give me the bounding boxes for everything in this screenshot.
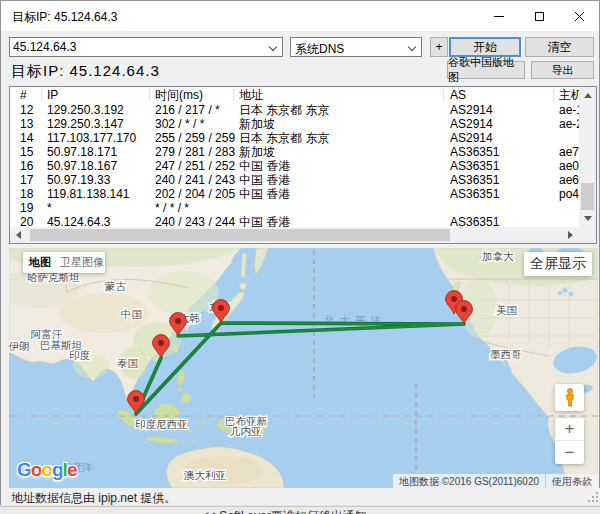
arrow-right-icon bbox=[568, 231, 573, 239]
arrow-down-icon bbox=[584, 216, 592, 221]
table-cell: 17 bbox=[20, 173, 44, 187]
window-title: 目标IP: 45.124.64.3 bbox=[12, 9, 117, 26]
vertical-scrollbar[interactable] bbox=[579, 87, 596, 227]
table-row[interactable]: 13129.250.3.147302 / * / *新加坡AS2914ae-2 bbox=[10, 117, 579, 131]
table-cell: 16 bbox=[20, 159, 44, 173]
column-header-host: 主机 bbox=[559, 88, 579, 102]
table-cell: * bbox=[47, 201, 151, 215]
table-cell: 50.97.18.167 bbox=[47, 159, 151, 173]
table-cell: 117.103.177.170 bbox=[47, 131, 151, 145]
table-cell: 279 / 281 / 283 bbox=[155, 145, 237, 159]
maximize-button[interactable] bbox=[519, 1, 559, 31]
clear-button[interactable]: 清空 bbox=[525, 37, 594, 57]
fullscreen-button[interactable]: 全屏显示 bbox=[524, 252, 592, 276]
map-marker-singapore[interactable] bbox=[128, 391, 145, 414]
pegman-button[interactable] bbox=[555, 384, 584, 411]
scroll-up-button[interactable] bbox=[579, 87, 596, 104]
table-cell: 240 / 243 / 244 bbox=[155, 215, 237, 227]
map-label: 中国 bbox=[121, 308, 142, 320]
start-button[interactable]: 开始 bbox=[449, 37, 521, 57]
target-ip-label: 目标IP: 45.124.64.3 bbox=[11, 62, 160, 81]
table-cell: AS2914 bbox=[450, 131, 554, 145]
title-bar[interactable]: 目标IP: 45.124.64.3 bbox=[1, 1, 599, 31]
maximize-icon bbox=[535, 12, 544, 21]
table-cell: 129.250.3.147 bbox=[47, 117, 151, 131]
status-bar: 地址数据信息由 ipip.net 提供。 bbox=[1, 488, 600, 505]
map-type-satellite[interactable]: 卫星图像 bbox=[60, 255, 104, 270]
google-logo: Google bbox=[17, 459, 76, 481]
close-icon bbox=[574, 11, 585, 22]
table-cell: AS36351 bbox=[450, 215, 554, 227]
table-row[interactable]: 1550.97.18.171279 / 281 / 283新加坡AS36351a… bbox=[10, 145, 579, 159]
table-cell: AS36351 bbox=[450, 187, 554, 201]
table-row[interactable]: 1750.97.19.33240 / 241 / 243中国 香港AS36351… bbox=[10, 173, 579, 187]
map-type-map[interactable]: 地图 bbox=[29, 255, 51, 270]
table-row[interactable]: 2045.124.64.3240 / 243 / 244中国 香港AS36351 bbox=[10, 215, 579, 227]
table-cell: AS36351 bbox=[450, 173, 554, 187]
close-button[interactable] bbox=[559, 1, 599, 31]
table-cell: 50.97.18.171 bbox=[47, 145, 151, 159]
google-china-map-button[interactable]: 谷歌中国版地图 bbox=[447, 61, 525, 79]
map-type-control[interactable]: 地图 卫星图像 bbox=[23, 252, 105, 273]
map-label: 泰国 bbox=[117, 357, 138, 369]
table-cell: 20 bbox=[20, 215, 44, 227]
column-header-addr: 地址 bbox=[239, 88, 444, 102]
table-cell: 202 / 204 / 205 bbox=[155, 187, 237, 201]
table-row[interactable]: 19** / * / * bbox=[10, 201, 579, 215]
table-cell: 日本 东京都 东京 bbox=[239, 103, 444, 117]
chevron-down-icon[interactable] bbox=[270, 44, 277, 51]
dns-select[interactable]: 系统DNS bbox=[290, 37, 422, 57]
table-row[interactable]: 14117.103.177.170255 / 259 / 259日本 东京都 东… bbox=[10, 131, 579, 145]
scroll-left-button[interactable] bbox=[10, 227, 27, 243]
table-cell: AS2914 bbox=[450, 103, 554, 117]
minimize-icon bbox=[494, 16, 504, 17]
arrow-up-icon bbox=[584, 93, 592, 98]
map-label: 美国 bbox=[496, 304, 517, 316]
table-row[interactable]: 1650.97.18.167247 / 251 / 252中国 香港AS3635… bbox=[10, 159, 579, 173]
table-cell: AS2914 bbox=[450, 117, 554, 131]
target-ip-combobox[interactable] bbox=[9, 37, 283, 57]
scroll-down-button[interactable] bbox=[579, 210, 596, 227]
background-window-strip: < >SoftLayer要谁如何移出通知 bbox=[0, 506, 600, 514]
chevron-down-icon[interactable] bbox=[409, 44, 416, 51]
app-window: 目标IP: 45.124.64.3 系统DNS + 开始 清空 目标IP: 45… bbox=[0, 0, 600, 505]
table-cell: 18 bbox=[20, 187, 44, 201]
target-ip-input[interactable] bbox=[13, 39, 253, 55]
pegman-icon bbox=[564, 388, 576, 407]
status-text: 地址数据信息由 ipip.net 提供。 bbox=[11, 490, 176, 507]
horizontal-scrollbar[interactable] bbox=[10, 227, 579, 243]
table-row[interactable]: 18119.81.138.141202 / 204 / 205中国 香港AS36… bbox=[10, 187, 579, 201]
resize-grip[interactable] bbox=[587, 491, 599, 503]
scroll-right-button[interactable] bbox=[562, 227, 579, 243]
export-button[interactable]: 导出 bbox=[531, 61, 594, 79]
table-cell: 45.124.64.3 bbox=[47, 215, 151, 227]
map-label: 墨西哥 bbox=[490, 348, 522, 360]
map-attribution: 地图数据 ©2016 GS(2011)6020 使用条款 bbox=[393, 474, 598, 488]
table-row[interactable]: 12129.250.3.192216 / 217 / *日本 东京都 东京AS2… bbox=[10, 103, 579, 117]
map-canvas[interactable]: 哈萨克斯坦蒙古中国大韩东京泰国伊朗阿富汗巴基斯坦印度印度尼西亚巴布亚新几内亚澳大… bbox=[9, 248, 598, 488]
table-body: 12129.250.3.192216 / 217 / *日本 东京都 东京AS2… bbox=[10, 103, 579, 227]
table-cell: AS36351 bbox=[450, 159, 554, 173]
horizontal-scroll-thumb[interactable] bbox=[30, 229, 450, 241]
zoom-in-button[interactable]: + bbox=[555, 418, 584, 441]
minimize-button[interactable] bbox=[479, 1, 519, 31]
column-header-time: 时间(ms) bbox=[155, 88, 237, 102]
table-cell bbox=[239, 201, 444, 215]
table-cell: ae7 bbox=[559, 145, 579, 159]
table-cell: ae0 bbox=[559, 159, 579, 173]
table-cell: 255 / 259 / 259 bbox=[155, 131, 237, 145]
table-cell: 119.81.138.141 bbox=[47, 187, 151, 201]
vertical-scroll-thumb[interactable] bbox=[581, 183, 594, 210]
map-data-text: 地图数据 ©2016 GS(2011)6020 bbox=[393, 474, 545, 488]
terms-link[interactable]: 使用条款 bbox=[546, 474, 598, 488]
zoom-out-button[interactable]: − bbox=[555, 441, 584, 464]
table-cell: 15 bbox=[20, 145, 44, 159]
table-cell bbox=[559, 215, 579, 227]
table-cell: 14 bbox=[20, 131, 44, 145]
column-header-as: AS bbox=[450, 88, 554, 102]
zoom-control: + − bbox=[555, 418, 584, 464]
route-map[interactable]: 哈萨克斯坦蒙古中国大韩东京泰国伊朗阿富汗巴基斯坦印度印度尼西亚巴布亚新几内亚澳大… bbox=[9, 248, 598, 488]
map-label: 印度 bbox=[69, 349, 91, 361]
add-button[interactable]: + bbox=[430, 37, 448, 57]
screenshot-root: 目标IP: 45.124.64.3 系统DNS + 开始 清空 目标IP: 45… bbox=[0, 0, 600, 514]
